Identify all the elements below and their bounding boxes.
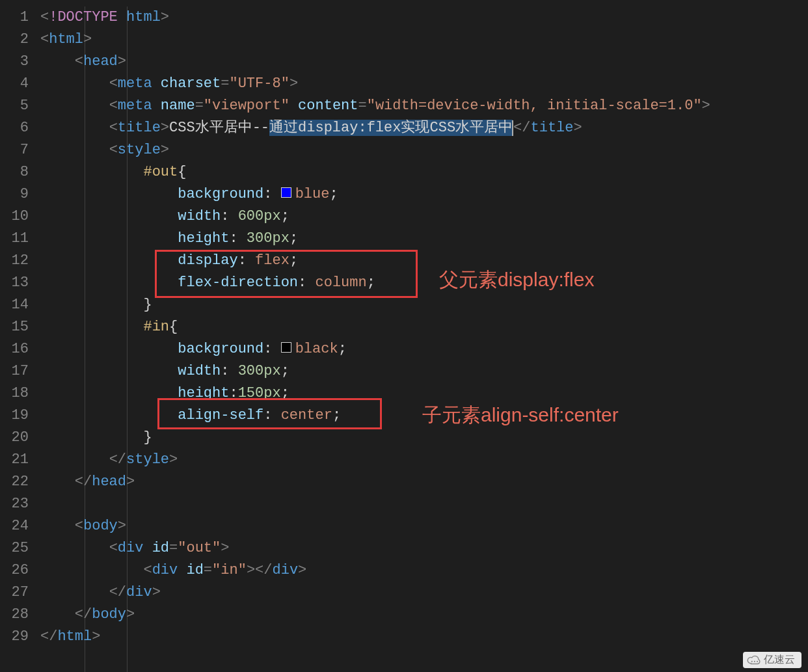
code-line[interactable]: #out{ <box>40 161 808 183</box>
line-number: 29 <box>0 626 29 648</box>
line-number: 25 <box>0 537 29 559</box>
code-line[interactable]: </div> <box>40 582 808 604</box>
code-line[interactable]: <meta charset="UTF-8"> <box>40 73 808 95</box>
line-number: 27 <box>0 582 29 604</box>
code-line[interactable]: <div id="out"> <box>40 537 808 559</box>
code-line[interactable]: #in{ <box>40 316 808 338</box>
line-number: 3 <box>0 51 29 73</box>
annotation-text-child: 子元素align-self:center <box>422 402 619 429</box>
code-line[interactable]: flex-direction: column; <box>40 272 808 294</box>
line-number: 14 <box>0 294 29 316</box>
line-number: 2 <box>0 29 29 51</box>
code-editor[interactable]: 1234567891011121314151617181920212223242… <box>0 0 808 672</box>
code-line[interactable] <box>40 493 808 515</box>
line-number: 19 <box>0 405 29 427</box>
line-number: 5 <box>0 95 29 117</box>
code-line[interactable]: display: flex; <box>40 250 808 272</box>
svg-point-1 <box>754 660 755 662</box>
svg-point-2 <box>757 660 758 662</box>
code-line[interactable]: <body> <box>40 515 808 537</box>
code-line[interactable]: background: blue; <box>40 183 808 206</box>
code-line[interactable]: height: 300px; <box>40 228 808 250</box>
selected-text: 通过display:flex实现CSS水平居中 <box>269 120 513 136</box>
watermark: 亿速云 <box>743 652 801 668</box>
line-number: 23 <box>0 493 29 515</box>
line-number: 26 <box>0 559 29 582</box>
cloud-icon <box>747 654 761 666</box>
line-number: 10 <box>0 206 29 228</box>
line-number: 20 <box>0 427 29 449</box>
line-number: 22 <box>0 471 29 493</box>
line-number: 21 <box>0 449 29 471</box>
line-number: 13 <box>0 272 29 294</box>
code-line[interactable]: <html> <box>40 29 808 51</box>
line-number: 16 <box>0 338 29 360</box>
line-number: 24 <box>0 515 29 537</box>
code-line[interactable]: </style> <box>40 449 808 471</box>
watermark-text: 亿速云 <box>764 653 795 667</box>
code-line[interactable]: } <box>40 294 808 316</box>
code-line[interactable]: <!DOCTYPE html> <box>40 7 808 29</box>
code-line[interactable]: </body> <box>40 604 808 626</box>
code-line[interactable]: width: 300px; <box>40 360 808 383</box>
line-number: 6 <box>0 117 29 139</box>
code-line[interactable]: } <box>40 427 808 449</box>
line-number: 18 <box>0 383 29 405</box>
code-area[interactable]: <!DOCTYPE html> <html> <head> <meta char… <box>40 7 808 672</box>
color-swatch-blue <box>281 187 291 198</box>
line-number-gutter: 1234567891011121314151617181920212223242… <box>0 7 40 672</box>
color-swatch-black <box>281 342 291 353</box>
annotation-text-parent: 父元素display:flex <box>439 267 594 293</box>
code-line[interactable]: <title>CSS水平居中--通过display:flex实现CSS水平居中<… <box>40 117 808 139</box>
line-number: 15 <box>0 316 29 338</box>
line-number: 9 <box>0 183 29 206</box>
code-line[interactable]: </head> <box>40 471 808 493</box>
code-line[interactable]: </html> <box>40 626 808 648</box>
line-number: 12 <box>0 250 29 272</box>
code-line[interactable]: <meta name="viewport" content="width=dev… <box>40 95 808 117</box>
line-number: 28 <box>0 604 29 626</box>
code-line[interactable]: <head> <box>40 51 808 73</box>
line-number: 8 <box>0 161 29 183</box>
line-number: 17 <box>0 360 29 383</box>
line-number: 1 <box>0 7 29 29</box>
svg-point-0 <box>751 660 753 662</box>
line-number: 11 <box>0 228 29 250</box>
code-line[interactable]: <style> <box>40 139 808 161</box>
line-number: 4 <box>0 73 29 95</box>
code-line[interactable]: height:150px; <box>40 383 808 405</box>
line-number: 7 <box>0 139 29 161</box>
code-line[interactable]: background: black; <box>40 338 808 360</box>
code-line[interactable]: width: 600px; <box>40 206 808 228</box>
code-line[interactable]: <div id="in"></div> <box>40 559 808 582</box>
